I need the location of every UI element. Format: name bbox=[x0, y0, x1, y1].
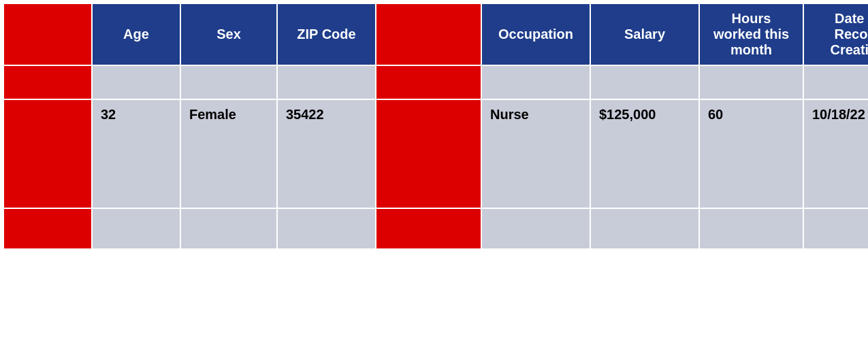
empty-occupation-1 bbox=[481, 65, 590, 99]
header-date: Date of Record Creation bbox=[803, 3, 868, 65]
empty-zip-2 bbox=[277, 208, 376, 249]
ssn-value: 541-04-7788 bbox=[385, 107, 462, 122]
cell-sex: Female bbox=[180, 99, 277, 208]
cell-date: 10/18/22 bbox=[803, 99, 868, 208]
empty-date-2 bbox=[803, 208, 868, 249]
empty-date-1 bbox=[803, 65, 868, 99]
header-sex: Sex bbox=[180, 3, 277, 65]
table-container: Name Age Sex ZIP Code SSN Occupation Sal… bbox=[0, 0, 868, 341]
empty-ssn-2 bbox=[376, 208, 481, 249]
cell-name: Jane Doe bbox=[3, 99, 92, 208]
empty-row-1 bbox=[3, 65, 868, 99]
header-row: Name Age Sex ZIP Code SSN Occupation Sal… bbox=[3, 3, 868, 65]
empty-ssn-1 bbox=[376, 65, 481, 99]
empty-sex-2 bbox=[180, 208, 277, 249]
header-zip: ZIP Code bbox=[277, 3, 376, 65]
data-row-1: Jane Doe 32 Female 35422 541-04-7788 Nur… bbox=[3, 99, 868, 208]
header-occupation: Occupation bbox=[481, 3, 590, 65]
empty-salary-1 bbox=[590, 65, 699, 99]
empty-age-2 bbox=[92, 208, 180, 249]
name-value: Jane Doe bbox=[12, 107, 73, 122]
empty-age-1 bbox=[92, 65, 180, 99]
empty-row-2 bbox=[3, 208, 868, 249]
cell-occupation: Nurse bbox=[481, 99, 590, 208]
header-hours: Hours worked this month bbox=[699, 3, 803, 65]
empty-sex-1 bbox=[180, 65, 277, 99]
cell-hours: 60 bbox=[699, 99, 803, 208]
cell-age: 32 bbox=[92, 99, 180, 208]
empty-occupation-2 bbox=[481, 208, 590, 249]
empty-hours-1 bbox=[699, 65, 803, 99]
empty-name-1 bbox=[3, 65, 92, 99]
header-salary: Salary bbox=[590, 3, 699, 65]
header-name: Name bbox=[3, 3, 92, 65]
empty-hours-2 bbox=[699, 208, 803, 249]
cell-ssn: 541-04-7788 bbox=[376, 99, 481, 208]
data-table: Name Age Sex ZIP Code SSN Occupation Sal… bbox=[3, 3, 868, 250]
header-ssn: SSN bbox=[376, 3, 481, 65]
empty-zip-1 bbox=[277, 65, 376, 99]
header-age: Age bbox=[92, 3, 180, 65]
empty-salary-2 bbox=[590, 208, 699, 249]
empty-name-2 bbox=[3, 208, 92, 249]
cell-zip: 35422 bbox=[277, 99, 376, 208]
cell-salary: $125,000 bbox=[590, 99, 699, 208]
